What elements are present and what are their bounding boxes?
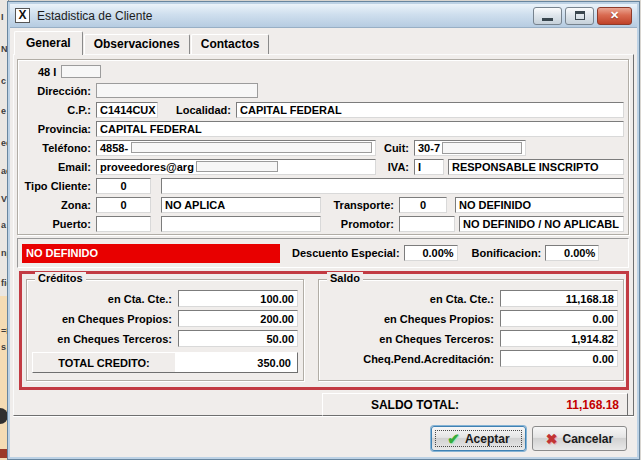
telefono-value: 4858- [100,142,128,154]
promotor-desc-field[interactable]: NO DEFINIDO / NO APLICABL [459,216,624,232]
cuit-field[interactable]: 30-7 [414,140,526,156]
minimize-button[interactable] [533,7,562,25]
client-code: 48 I [38,66,56,78]
saldo-cheq-pend-field[interactable]: 0.00 [500,350,618,367]
email-value: proveedores@arg [100,161,194,173]
saldo-total-panel: SALDO TOTAL: 11,168.18 [322,393,628,416]
promotor-label: Promotor: [321,218,399,230]
redacted-cuit [442,142,522,154]
creditos-row: en Cheques Propios: 200.00 [32,310,298,327]
saldo-cta-cte-label: en Cta. Cte.: [324,293,500,305]
promotor-code-field[interactable] [399,216,455,232]
zona-transporte-row: Zona: 0 NO APLICA Transporte: 0 NO DEFIN… [22,195,624,214]
focus-rectangle [435,430,522,447]
client-code-row: 48 I [22,62,624,81]
creditos-cheques-propios-label: en Cheques Propios: [32,313,178,325]
maximize-icon [575,11,585,20]
direccion-row: Dirección: [22,81,624,100]
saldo-title: Saldo [327,272,363,284]
saldo-total-value: 11,168.18 [507,398,627,412]
bonificacion-label: Bonificacion: [472,247,542,259]
tipo-cliente-label: Tipo Cliente: [22,180,96,192]
provincia-row: Provincia: CAPITAL FEDERAL [22,119,624,138]
transporte-code-field[interactable]: 0 [399,197,447,213]
creditos-title: Créditos [35,272,86,284]
saldo-groupbox: Saldo en Cta. Cte.: 11,168.18 en Cheques… [318,279,624,381]
cuit-label: Cuit: [376,142,414,154]
creditos-saldo-box: Créditos en Cta. Cte.: 100.00 en Cheques… [19,271,629,390]
localidad-label: Localidad: [158,104,236,116]
creditos-row: en Cheques Terceros: 50.00 [32,330,298,347]
tab-observaciones[interactable]: Observaciones [84,34,190,54]
zona-code-field[interactable]: 0 [96,197,151,213]
edge-text-fragment: c [1,76,6,86]
edge-text-fragment: s [1,342,6,352]
saldo-cheques-propios-field[interactable]: 0.00 [500,310,618,327]
cp-field[interactable]: C1414CUX [96,102,158,118]
saldo-row: en Cta. Cte.: 11,168.18 [324,290,618,307]
minimize-icon [542,18,553,21]
edge-text-fragment: a [1,220,6,230]
creditos-cheques-propios-field[interactable]: 200.00 [178,310,298,327]
saldo-cheques-terceros-field[interactable]: 1,914.82 [500,330,618,347]
email-label: Email: [22,161,96,173]
aceptar-button[interactable]: ✔ Aceptar [431,426,526,451]
window-title: Estadistica de Cliente [37,9,152,23]
saldo-cheques-propios-label: en Cheques Propios: [324,313,500,325]
iva-desc-field[interactable]: RESPONSABLE INSCRIPTO [448,159,624,175]
telefono-field[interactable]: 4858- [96,140,376,156]
email-iva-row: Email: proveedores@arg IVA: I RESPONSABL… [22,157,624,176]
cancelar-label: Cancelar [563,432,614,446]
maximize-button[interactable] [565,7,594,25]
saldo-cta-cte-field[interactable]: 11,168.18 [500,290,618,307]
edge-decoration-square [0,449,7,458]
descuento-label: Descuento Especial: [292,247,400,259]
telefono-cuit-row: Teléfono: 4858- Cuit: 30-7 [22,138,624,157]
close-icon: ✕ [610,9,619,22]
category-discount-panel: NO DEFINIDO Descuento Especial: 0.00% Bo… [17,238,629,268]
window-controls: ✕ [533,7,632,25]
puerto-desc-field[interactable] [161,216,321,232]
direccion-label: Dirección: [22,85,96,97]
iva-code-field[interactable]: I [414,159,444,175]
tipo-cliente-row: Tipo Cliente: 0 [22,176,624,195]
total-credito-value: 350.00 [175,353,297,372]
creditos-cheques-terceros-field[interactable]: 50.00 [178,330,298,347]
tab-strip: General Observaciones Contactos [10,28,637,54]
telefono-label: Teléfono: [22,142,96,154]
tipo-cliente-field[interactable]: 0 [96,178,151,194]
saldo-row: en Cheques Terceros: 1,914.82 [324,330,618,347]
tab-general[interactable]: General [14,31,83,55]
edge-text-fragment: e [1,106,6,116]
client-info-groupbox: 48 I Dirección: C.P.: C1414CUX Localidad… [17,59,629,235]
saldo-cheq-pend-label: Cheq.Pend.Acreditación: [324,353,500,365]
redacted-email [196,161,278,172]
transporte-desc-field[interactable]: NO DEFINIDO [455,197,624,213]
tipo-cliente-desc-field[interactable] [161,178,624,194]
provincia-field[interactable]: CAPITAL FEDERAL [96,121,624,137]
direccion-field[interactable] [96,83,258,98]
close-button[interactable]: ✕ [597,7,632,25]
saldo-cheques-terceros-label: en Cheques Terceros: [324,333,500,345]
creditos-cta-cte-label: en Cta. Cte.: [32,293,178,305]
iva-label: IVA: [376,161,414,173]
x-icon: ✖ [546,431,558,447]
edge-text-fragment: V [1,194,7,204]
localidad-field[interactable]: CAPITAL FEDERAL [236,102,624,118]
cp-localidad-row: C.P.: C1414CUX Localidad: CAPITAL FEDERA… [22,100,624,119]
cuit-value: 30-7 [418,142,440,154]
total-credito-label: TOTAL CREDITO: [33,357,175,369]
puerto-label: Puerto: [22,218,96,230]
tab-contactos[interactable]: Contactos [191,34,270,54]
saldo-total-label: SALDO TOTAL: [323,398,507,412]
titlebar[interactable]: X Estadistica de Cliente ✕ [10,4,637,28]
email-field[interactable]: proveedores@arg [96,159,376,175]
categoria-banner: NO DEFINIDO [22,244,280,263]
puerto-promotor-row: Puerto: Promotor: NO DEFINIDO / NO APLIC… [22,214,624,233]
creditos-cta-cte-field[interactable]: 100.00 [178,290,298,307]
zona-desc-field[interactable]: NO APLICA [161,197,321,213]
puerto-code-field[interactable] [96,216,151,232]
bonificacion-field[interactable]: 0.00% [545,245,599,261]
descuento-field[interactable]: 0.00% [404,245,458,261]
cancelar-button[interactable]: ✖ Cancelar [532,426,627,451]
